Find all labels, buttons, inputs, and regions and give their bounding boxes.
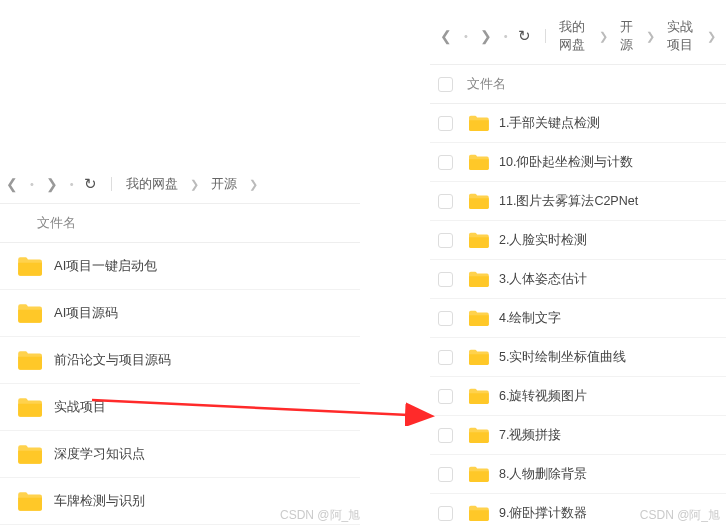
file-name: 深度学习知识点 xyxy=(54,445,145,463)
row-checkbox[interactable] xyxy=(438,272,453,287)
column-header-name: 文件名 xyxy=(467,75,506,93)
folder-icon xyxy=(467,231,489,249)
forward-button[interactable]: ❯ xyxy=(44,176,60,192)
file-name: 车牌检测与识别 xyxy=(54,492,145,510)
row-checkbox[interactable] xyxy=(438,389,453,404)
left-column-header: 文件名 xyxy=(0,203,360,243)
folder-icon xyxy=(467,270,489,288)
folder-icon xyxy=(16,443,42,465)
refresh-icon[interactable]: ↻ xyxy=(84,175,97,193)
folder-icon xyxy=(467,504,489,522)
right-file-pane: ❮ • ❯ • ↻ 我的网盘 ❯ 开源 ❯ 实战项目 ❯ 文件名 1.手部关键点… xyxy=(430,18,726,528)
back-button[interactable]: ❮ xyxy=(438,28,454,44)
file-row[interactable]: 深度学习知识点 xyxy=(0,431,360,478)
breadcrumb-item[interactable]: 开源 xyxy=(211,175,237,193)
file-name: 3.人体姿态估计 xyxy=(499,271,587,288)
back-button[interactable]: ❮ xyxy=(4,176,20,192)
file-row[interactable]: 1.手部关键点检测 xyxy=(430,104,726,143)
forward-button[interactable]: ❯ xyxy=(478,28,494,44)
file-row[interactable]: 实战项目 xyxy=(0,384,360,431)
row-checkbox[interactable] xyxy=(438,350,453,365)
file-name: 10.仰卧起坐检测与计数 xyxy=(499,154,633,171)
file-name: 实战项目 xyxy=(54,398,106,416)
file-name: 4.绘制文字 xyxy=(499,310,561,327)
nav-separator-dot: • xyxy=(464,30,468,42)
chevron-right-icon: ❯ xyxy=(597,30,610,43)
folder-icon xyxy=(467,465,489,483)
file-name: 9.俯卧撑计数器 xyxy=(499,505,587,522)
nav-separator-dot: • xyxy=(30,178,34,190)
file-name: 前沿论文与项目源码 xyxy=(54,351,171,369)
folder-icon xyxy=(467,192,489,210)
folder-icon xyxy=(467,387,489,405)
column-header-name: 文件名 xyxy=(37,214,76,232)
chevron-right-icon: ❯ xyxy=(705,30,718,43)
breadcrumb-item[interactable]: 我的网盘 xyxy=(559,18,587,54)
file-row[interactable]: 6.旋转视频图片 xyxy=(430,377,726,416)
folder-icon xyxy=(467,114,489,132)
file-name: AI项目源码 xyxy=(54,304,118,322)
right-column-header: 文件名 xyxy=(430,64,726,104)
file-name: 1.手部关键点检测 xyxy=(499,115,600,132)
chevron-right-icon: ❯ xyxy=(188,178,201,191)
file-name: 2.人脸实时检测 xyxy=(499,232,587,249)
file-row[interactable]: 10.仰卧起坐检测与计数 xyxy=(430,143,726,182)
file-name: 11.图片去雾算法C2PNet xyxy=(499,193,638,210)
folder-icon xyxy=(16,302,42,324)
file-row[interactable]: 7.视频拼接 xyxy=(430,416,726,455)
file-row[interactable]: 4.绘制文字 xyxy=(430,299,726,338)
row-checkbox[interactable] xyxy=(438,506,453,521)
left-file-pane: ❮ • ❯ • ↻ 我的网盘 ❯ 开源 ❯ 文件名 AI项目一键启动包AI项目源… xyxy=(0,175,360,525)
row-checkbox[interactable] xyxy=(438,116,453,131)
refresh-icon[interactable]: ↻ xyxy=(518,27,531,45)
nav-separator-dot: • xyxy=(504,30,508,42)
file-row[interactable]: 3.人体姿态估计 xyxy=(430,260,726,299)
file-name: 6.旋转视频图片 xyxy=(499,388,587,405)
breadcrumb-item[interactable]: 我的网盘 xyxy=(126,175,178,193)
toolbar-divider xyxy=(545,29,546,43)
select-all-checkbox[interactable] xyxy=(438,77,453,92)
file-name: 5.实时绘制坐标值曲线 xyxy=(499,349,626,366)
file-name: 7.视频拼接 xyxy=(499,427,561,444)
folder-icon xyxy=(16,396,42,418)
file-row[interactable]: 前沿论文与项目源码 xyxy=(0,337,360,384)
folder-icon xyxy=(16,349,42,371)
watermark: CSDN @阿_旭 xyxy=(640,507,720,524)
row-checkbox[interactable] xyxy=(438,155,453,170)
right-toolbar: ❮ • ❯ • ↻ 我的网盘 ❯ 开源 ❯ 实战项目 ❯ xyxy=(430,18,726,64)
breadcrumb-item[interactable]: 实战项目 xyxy=(667,18,695,54)
breadcrumb-item[interactable]: 开源 xyxy=(620,18,634,54)
file-row[interactable]: 2.人脸实时检测 xyxy=(430,221,726,260)
right-file-list: 1.手部关键点检测10.仰卧起坐检测与计数11.图片去雾算法C2PNet2.人脸… xyxy=(430,104,726,528)
file-row[interactable]: 5.实时绘制坐标值曲线 xyxy=(430,338,726,377)
file-row[interactable]: AI项目一键启动包 xyxy=(0,243,360,290)
folder-icon xyxy=(16,490,42,512)
row-checkbox[interactable] xyxy=(438,233,453,248)
file-row[interactable]: 11.图片去雾算法C2PNet xyxy=(430,182,726,221)
folder-icon xyxy=(467,309,489,327)
watermark: CSDN @阿_旭 xyxy=(280,507,360,524)
row-checkbox[interactable] xyxy=(438,467,453,482)
file-name: 8.人物删除背景 xyxy=(499,466,587,483)
file-row[interactable]: 8.人物删除背景 xyxy=(430,455,726,494)
file-row[interactable]: AI项目源码 xyxy=(0,290,360,337)
folder-icon xyxy=(16,255,42,277)
left-file-list: AI项目一键启动包AI项目源码前沿论文与项目源码实战项目深度学习知识点车牌检测与… xyxy=(0,243,360,525)
chevron-right-icon: ❯ xyxy=(644,30,657,43)
toolbar-divider xyxy=(111,177,112,191)
row-checkbox[interactable] xyxy=(438,428,453,443)
row-checkbox[interactable] xyxy=(438,194,453,209)
folder-icon xyxy=(467,426,489,444)
folder-icon xyxy=(467,153,489,171)
nav-separator-dot: • xyxy=(70,178,74,190)
file-name: AI项目一键启动包 xyxy=(54,257,157,275)
folder-icon xyxy=(467,348,489,366)
left-toolbar: ❮ • ❯ • ↻ 我的网盘 ❯ 开源 ❯ xyxy=(0,175,360,203)
chevron-right-icon: ❯ xyxy=(247,178,260,191)
row-checkbox[interactable] xyxy=(438,311,453,326)
